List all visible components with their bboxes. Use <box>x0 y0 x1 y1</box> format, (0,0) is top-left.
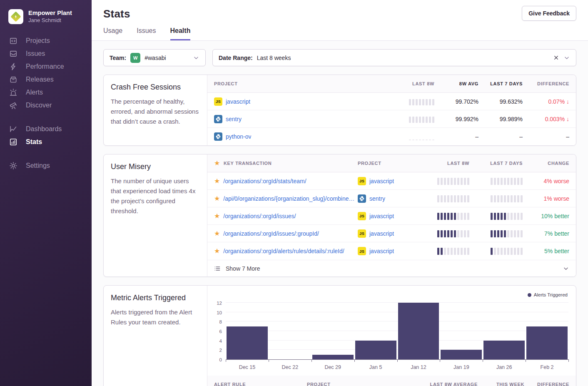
activity-sparkline <box>437 247 469 255</box>
star-icon[interactable]: ★ <box>214 213 220 219</box>
activity-sparkline <box>491 212 523 220</box>
star-icon[interactable]: ★ <box>214 178 220 184</box>
project-link[interactable]: javascript <box>369 230 394 237</box>
sparkline-bar <box>501 248 503 255</box>
transaction-link[interactable]: /api/0/organizations/{organization_slug}… <box>223 195 354 202</box>
org-switcher[interactable]: Empower Plant Jane Schmidt <box>0 7 92 34</box>
team-filter[interactable]: Team: W #wasabi <box>103 49 206 66</box>
activity-sparkline <box>491 195 523 202</box>
sparkline-bar <box>454 213 456 220</box>
sparkline-bar <box>507 213 509 220</box>
bar <box>526 326 568 359</box>
sparkline-bar <box>447 230 449 237</box>
gridline <box>226 331 568 331</box>
activity-sparkline <box>437 212 469 220</box>
crash-free-sessions-panel: Crash Free Sessions The percentage of he… <box>103 75 576 146</box>
sidebar-item-stats[interactable]: Stats <box>9 135 92 148</box>
column-header: Last 8w <box>421 161 469 166</box>
transaction-link[interactable]: /organizations/:orgId/stats/team/ <box>223 178 306 184</box>
sparkline-bar <box>494 195 496 202</box>
chart-x-axis: Dec 15Dec 22Dec 29Jan 5Jan 12Jan 19Jan 2… <box>226 360 568 375</box>
column-header: Last 7 Days <box>474 161 523 166</box>
sparkline-bar <box>447 213 449 220</box>
metric-alerts-chart-area: Alerts Triggered 024681012 Dec 15Dec 22D… <box>207 286 576 386</box>
sparkline-bar <box>441 195 443 202</box>
sparkline-bar <box>416 139 418 140</box>
chart-y-axis: 024681012 <box>213 303 226 360</box>
project-link[interactable]: javascript <box>369 213 394 219</box>
project-link[interactable]: javascript <box>369 178 394 184</box>
project-link[interactable]: sentry <box>226 116 242 122</box>
bar <box>398 303 439 359</box>
key-transaction-cell: ★/api/0/organizations/{organization_slug… <box>214 195 358 202</box>
sparkline-bar <box>464 230 466 237</box>
star-icon[interactable]: ★ <box>214 195 220 202</box>
tab-usage[interactable]: Usage <box>103 27 122 40</box>
sparkline-bar <box>494 178 496 185</box>
sparkline-bar <box>461 248 463 255</box>
table-row: ★/api/0/organizations/{organization_slug… <box>207 190 576 207</box>
column-header: Last 8w Average <box>411 382 478 386</box>
sparkline-bar <box>461 213 463 220</box>
python-platform-icon <box>214 132 222 141</box>
transaction-link[interactable]: /organizations/:orgId/issues/ <box>223 213 296 219</box>
transaction-link[interactable]: /organizations/:orgId/alerts/rules/detai… <box>223 248 344 254</box>
project-link[interactable]: javascript <box>226 98 250 105</box>
alerts-bar-chart: Alerts Triggered 024681012 Dec 15Dec 22D… <box>207 286 576 375</box>
sidebar-item-issues[interactable]: Issues <box>9 47 92 60</box>
date-range-value: Last 8 weeks <box>257 55 291 61</box>
sparkline-bar <box>517 213 519 220</box>
column-header: Difference <box>524 382 569 386</box>
sidebar-nav-tertiary: Settings <box>0 159 92 172</box>
sidebar-item-releases[interactable]: Releases <box>9 73 92 86</box>
sparkline-bar <box>511 195 513 202</box>
sparkline-bar <box>412 99 414 105</box>
clear-date-icon[interactable] <box>553 55 559 61</box>
sidebar-item-discover[interactable]: Discover <box>9 99 92 112</box>
sidebar-item-settings[interactable]: Settings <box>9 159 92 172</box>
y-tick-label: 12 <box>217 301 222 306</box>
give-feedback-button[interactable]: Give Feedback <box>522 6 576 21</box>
sparkline-bar <box>491 195 493 202</box>
project-cell: sentry <box>358 194 421 203</box>
sparkline-bar <box>419 117 421 123</box>
table-row: ★/organizations/:orgId/alerts/rules/deta… <box>207 242 576 260</box>
axis-tick <box>269 359 269 362</box>
sidebar-item-projects[interactable]: Projects <box>9 34 92 47</box>
table-row: JSjavascript99.702%99.632%0.07% ↓ <box>207 93 576 110</box>
sparkline-bar <box>451 248 453 255</box>
last-8w-cell <box>421 195 469 202</box>
x-tick-label: Jan 5 <box>354 364 397 370</box>
user-name: Jane Schmidt <box>28 17 72 24</box>
transaction-link[interactable]: /organizations/:orgId/issues/:groupId/ <box>223 230 319 237</box>
sparkline-bar <box>507 230 509 237</box>
date-range-filter[interactable]: Date Range: Last 8 weeks <box>212 49 576 66</box>
show-more-button[interactable]: Show 7 More <box>207 260 576 276</box>
page-title: Stats <box>103 7 576 20</box>
star-icon[interactable]: ★ <box>214 248 220 254</box>
show-more-label: Show 7 More <box>226 265 260 272</box>
tab-bar: UsageIssuesHealth <box>103 27 576 40</box>
project-link[interactable]: sentry <box>369 195 385 202</box>
avg-cell: 99.702% <box>434 98 478 105</box>
project-link[interactable]: javascript <box>369 248 394 254</box>
sidebar-item-alerts[interactable]: Alerts <box>9 86 92 99</box>
star-icon[interactable]: ★ <box>214 230 220 237</box>
gridline <box>226 302 568 303</box>
sparkline-bar <box>494 248 496 255</box>
panel-title: User Misery <box>111 162 200 171</box>
main-content: Stats Give Feedback UsageIssuesHealth Te… <box>92 0 588 386</box>
tab-health[interactable]: Health <box>170 27 191 40</box>
sidebar-item-dashboards[interactable]: Dashboards <box>9 122 92 135</box>
team-filter-value: #wasabi <box>145 55 166 61</box>
sparkline-bar <box>491 213 493 220</box>
last-7-days-cell <box>474 177 523 185</box>
sparkline-bar <box>451 178 453 185</box>
sidebar-nav-primary: ProjectsIssuesPerformanceReleasesAlertsD… <box>0 34 92 112</box>
y-tick-label: 10 <box>217 310 222 315</box>
axis-tick <box>311 359 312 362</box>
project-cell: JSjavascript <box>358 212 421 220</box>
project-link[interactable]: python-ov <box>226 133 251 140</box>
tab-issues[interactable]: Issues <box>137 27 156 40</box>
sidebar-item-performance[interactable]: Performance <box>9 60 92 73</box>
